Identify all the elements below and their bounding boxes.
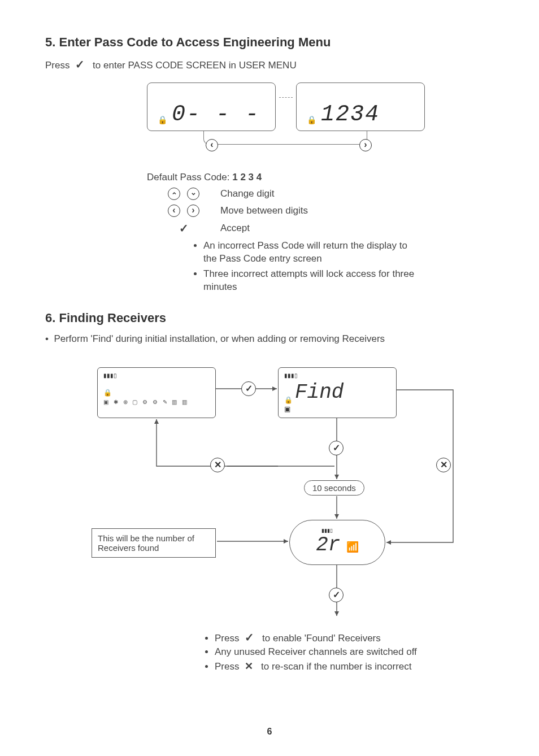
device-screen-result: ▮▮▮▯ 2r 📶 (289, 520, 385, 565)
page-number: 6 (0, 727, 539, 737)
ten-seconds-label: 10 seconds (304, 480, 364, 496)
section-5-instruction: Press to enter PASS CODE SCREEN in USER … (45, 58, 494, 71)
legend-change-digit: Change digit (220, 188, 274, 199)
find-display-text: Find (295, 381, 344, 404)
b1-pre: Press (215, 633, 239, 644)
section-6-intro: • Perform 'Find' during initial installa… (45, 333, 494, 345)
checkmark-circle-icon: ✓ (329, 588, 344, 602)
section-6-heading: 6. Finding Receivers (45, 311, 494, 325)
cancel-circle-icon: ✕ (210, 458, 225, 472)
cancel-circle-icon: ✕ (436, 458, 451, 472)
signal-icon: 📶 (346, 541, 359, 553)
checkmark-icon (245, 633, 254, 644)
press-suffix: to enter PASS CODE SCREEN in USER MENU (93, 60, 297, 71)
checkmark-icon (179, 221, 189, 235)
b3-pre: Press (215, 661, 239, 672)
checkmark-icon (75, 60, 85, 71)
note-three-attempts: Three incorrect attempts will lock acces… (203, 268, 418, 294)
section-5-heading: 5. Enter Pass Code to Access Engineering… (45, 35, 494, 50)
checkmark-circle-icon: ✓ (329, 441, 344, 455)
legend-accept: Accept (220, 223, 250, 234)
arrow-down-icon (187, 188, 199, 200)
section-6-bullets: Press to enable 'Found' Receivers Any un… (215, 631, 494, 672)
default-passcode-label: Default Pass Code: (147, 172, 229, 183)
checkmark-circle-icon: ✓ (241, 381, 256, 396)
default-passcode-value: 1 2 3 4 (232, 172, 262, 183)
intro-text: Perform 'Find' during initial installati… (54, 333, 385, 344)
connector-dash (279, 97, 293, 98)
bullet-enable-found: Press to enable 'Found' Receivers (215, 631, 494, 644)
lock-icon: 🔒 (158, 115, 168, 125)
arrow-up-icon (168, 188, 180, 200)
bracket-line (203, 131, 367, 145)
lcd-right-value: 1234 (321, 102, 380, 127)
find-receivers-diagram: ▮▮▮▯ 🔒 ▣ ✱ ⊕ ▢ ⚙ ⚙ ✎ ▥ ▥ ▮▮▮▯ 🔒 Find ▣ ▮… (92, 362, 464, 627)
result-display-text: 2r (316, 533, 340, 557)
arrow-right-icon (187, 205, 199, 217)
lcd-screen-entered: 🔒 1234 (296, 82, 425, 131)
device-screen-menu: ▮▮▮▯ 🔒 ▣ ✱ ⊕ ▢ ⚙ ⚙ ✎ ▥ ▥ (97, 367, 216, 418)
device-screen-find: ▮▮▮▯ 🔒 Find ▣ (278, 367, 397, 418)
legend-move-digits: Move between digits (220, 205, 308, 216)
b3-post: to re-scan if the number is incorrect (261, 661, 411, 672)
arrow-left-icon (168, 205, 180, 217)
lcd-screen-initial: 🔒 0- - - (147, 82, 276, 131)
receivers-found-note: This will be the number of Receivers fou… (92, 528, 216, 558)
passcode-legend: Default Pass Code: 1 2 3 4 Change digit … (147, 172, 494, 294)
lock-icon: 🔒 (307, 115, 318, 125)
x-icon (245, 661, 253, 672)
b1-post: to enable 'Found' Receivers (262, 633, 381, 644)
bullet-rescan: Press to re-scan if the number is incorr… (215, 660, 494, 672)
lcd-left-value: 0- - - (172, 102, 260, 127)
note-incorrect-code: An incorrect Pass Code will return the d… (203, 240, 418, 266)
arrow-right-icon (359, 139, 372, 151)
bullet-unused-channels: Any unused Receiver channels are switche… (215, 646, 494, 658)
passcode-diagram: 🔒 0- - - 🔒 1234 (147, 82, 494, 167)
press-prefix: Press (45, 60, 69, 71)
arrow-left-icon (206, 139, 218, 151)
